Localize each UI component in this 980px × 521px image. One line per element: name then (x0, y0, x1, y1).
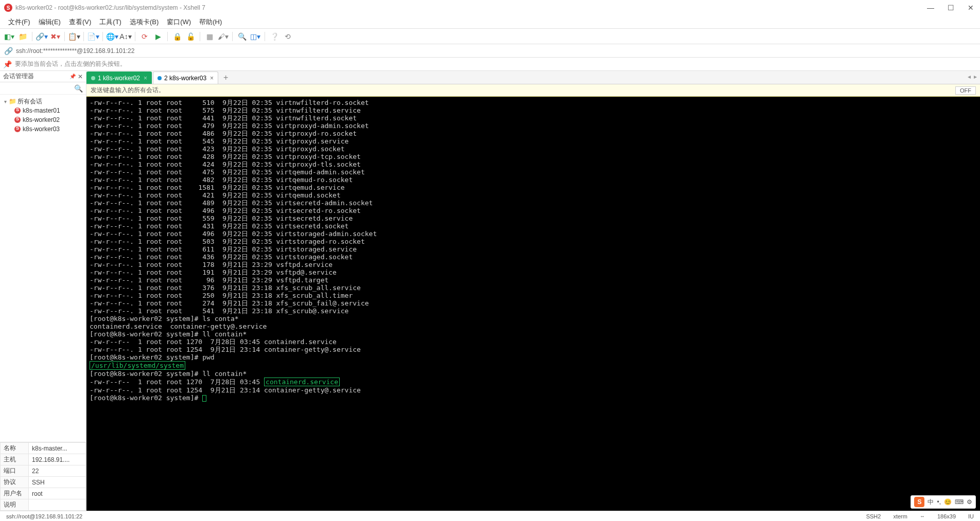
search-icon[interactable]: 🔍 (74, 84, 83, 93)
ime-tray[interactable]: S 中 •, 😊 ⌨ ⚙ (911, 495, 976, 509)
menu-tools[interactable]: 工具(T) (96, 16, 125, 28)
status-extra: IU (966, 513, 976, 519)
tab-status-dot (91, 76, 95, 80)
link-icon[interactable]: 🔗 (4, 47, 13, 55)
copy-icon[interactable]: 📋▾ (68, 30, 80, 43)
tree-root-label: 所有会话 (18, 97, 42, 106)
tab-worker02[interactable]: 1 k8s-worker02 × (86, 71, 152, 84)
tab-worker03[interactable]: 2 k8s-worker03 × (153, 71, 218, 84)
paste-icon[interactable]: 📄▾ (87, 30, 99, 43)
reconnect-icon[interactable]: 🔗▾ (36, 30, 48, 43)
menu-view[interactable]: 查看(V) (66, 16, 94, 28)
find-icon[interactable]: 🔍 (236, 30, 248, 43)
tab-add-button[interactable]: + (219, 71, 232, 84)
tab-next-icon[interactable]: ▸ (974, 73, 977, 80)
ime-emoji-icon[interactable]: 😊 (944, 498, 952, 506)
prop-key: 主机 (1, 454, 29, 465)
session-manager-panel: 会话管理器 📌 ✕ 🔍 ▾ 所有会话 k8s-master01 k8s-work… (0, 71, 86, 511)
tree-root[interactable]: ▾ 所有会话 (1, 97, 85, 106)
close-button[interactable]: ✕ (966, 4, 976, 12)
session-properties: 名称k8s-master... 主机192.168.91.... 端口22 协议… (0, 442, 86, 511)
terminal[interactable]: -rw-r--r--. 1 root root 510 9月22日 02:35 … (86, 97, 980, 511)
lock-icon[interactable]: 🔒 (171, 30, 183, 43)
prop-val: root (29, 488, 86, 499)
grid-icon[interactable]: ▦ (203, 30, 216, 43)
tab-status-dot (157, 76, 162, 80)
restart-icon[interactable]: ⟳ (138, 30, 151, 43)
session-icon (14, 107, 21, 114)
session-label: k8s-master01 (23, 107, 60, 114)
tab-bar: 1 k8s-worker02 × 2 k8s-worker03 × + ◂ ▸ (86, 71, 980, 84)
session-icon (14, 117, 21, 123)
prop-val (29, 499, 86, 511)
menu-bar: 文件(F) 编辑(E) 查看(V) 工具(T) 选项卡(B) 窗口(W) 帮助(… (0, 15, 980, 29)
session-item[interactable]: k8s-master01 (1, 106, 85, 115)
session-item[interactable]: k8s-worker03 (1, 124, 85, 134)
status-address: ssh://root@192.168.91.101:22 (4, 513, 84, 519)
play-icon[interactable]: ▶ (152, 30, 164, 43)
menu-tabs[interactable]: 选项卡(B) (127, 16, 162, 28)
font-icon[interactable]: A↕▾ (119, 30, 132, 43)
menu-edit[interactable]: 编辑(E) (36, 16, 64, 28)
status-resize-icon: ↔ (918, 513, 927, 519)
status-bar: ssh://root@192.168.91.101:22 SSH2 xterm … (0, 511, 980, 521)
broadcast-bar: 发送键盘输入的所有会话。 OFF (86, 84, 980, 97)
status-size: 186x39 (935, 513, 958, 519)
brush-icon[interactable]: 🖌▾ (217, 30, 229, 43)
toolbar: ◧▾ 📁 🔗▾ ✖▾ 📋▾ 📄▾ 🌐▾ A↕▾ ⟳ ▶ 🔒 🔓 ▦ 🖌▾ 🔍 ◫… (0, 29, 980, 44)
prop-key: 用户名 (1, 488, 29, 499)
ime-punct-icon[interactable]: •, (937, 498, 941, 506)
session-icon (14, 126, 21, 132)
prop-key: 协议 (1, 477, 29, 488)
disconnect-icon[interactable]: ✖▾ (49, 30, 61, 43)
open-session-icon[interactable]: 📁 (16, 30, 29, 43)
tab-label: 1 k8s-worker02 (98, 75, 140, 82)
tab-close-icon[interactable]: × (210, 75, 214, 82)
panel-close-icon[interactable]: ✕ (78, 73, 83, 80)
prop-key: 端口 (1, 465, 29, 477)
ime-cn[interactable]: 中 (927, 498, 934, 507)
ime-settings-icon[interactable]: ⚙ (967, 498, 972, 506)
folder-icon (8, 98, 16, 105)
new-session-icon[interactable]: ◧▾ (3, 30, 15, 43)
session-label: k8s-worker02 (23, 116, 60, 123)
tab-label: 2 k8s-worker03 (164, 75, 206, 82)
session-tree[interactable]: ▾ 所有会话 k8s-master01 k8s-worker02 k8s-wor… (0, 95, 86, 442)
hint-bar: 📌 要添加当前会话，点击左侧的箭头按钮。 (0, 58, 980, 71)
address-text[interactable]: ssh://root:**************@192.168.91.101… (16, 47, 134, 55)
prop-key: 说明 (1, 499, 29, 511)
prop-val: 22 (29, 465, 86, 477)
status-ssh: SSH2 (864, 513, 883, 519)
prop-val: 192.168.91.... (29, 454, 86, 465)
tab-close-icon[interactable]: × (144, 75, 147, 82)
session-item[interactable]: k8s-worker02 (1, 115, 85, 124)
session-manager-title: 会话管理器 (3, 72, 34, 81)
hint-text: 要添加当前会话，点击左侧的箭头按钮。 (15, 60, 126, 68)
broadcast-off-button[interactable]: OFF (955, 86, 976, 95)
session-label: k8s-worker03 (23, 125, 60, 133)
ime-keyboard-icon[interactable]: ⌨ (955, 498, 964, 506)
menu-window[interactable]: 窗口(W) (164, 16, 194, 28)
prop-key: 名称 (1, 443, 29, 454)
app-icon: S (4, 4, 12, 12)
pin-icon[interactable]: 📌 (3, 60, 12, 68)
sync-icon[interactable]: ⟲ (282, 30, 294, 43)
globe-icon[interactable]: 🌐▾ (106, 30, 118, 43)
menu-help[interactable]: 帮助(H) (196, 16, 225, 28)
status-term: xterm (891, 513, 909, 519)
address-bar: 🔗 ssh://root:**************@192.168.91.1… (0, 44, 980, 58)
panel-pin-icon[interactable]: 📌 (69, 74, 76, 79)
tab-prev-icon[interactable]: ◂ (968, 73, 971, 80)
minimize-button[interactable]: — (925, 4, 936, 12)
two-pane-icon[interactable]: ◫▾ (249, 30, 261, 43)
unlock-icon[interactable]: 🔓 (184, 30, 197, 43)
broadcast-text: 发送键盘输入的所有会话。 (91, 86, 165, 95)
maximize-button[interactable]: ☐ (946, 4, 956, 12)
title-bar: S k8s-worker02 - root@k8s-worker02:/usr/… (0, 0, 980, 15)
menu-file[interactable]: 文件(F) (5, 16, 33, 28)
prop-val: k8s-master... (29, 443, 86, 454)
help-icon[interactable]: ❔ (268, 30, 281, 43)
window-title: k8s-worker02 - root@k8s-worker02:/usr/li… (15, 4, 925, 11)
prop-val: SSH (29, 477, 86, 488)
ime-s-icon[interactable]: S (914, 497, 924, 507)
